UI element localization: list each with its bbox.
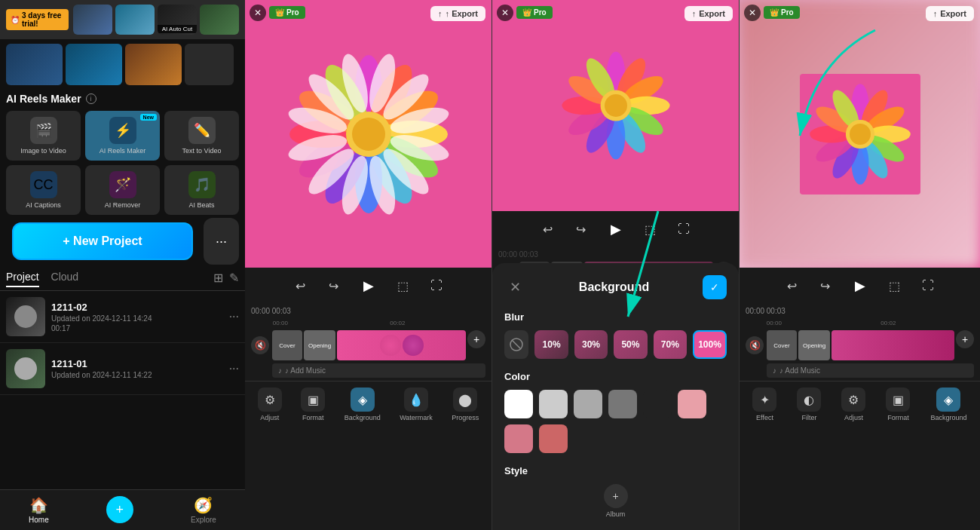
clip-flower-right[interactable] [831, 330, 954, 360]
album-button[interactable]: + Album [604, 484, 628, 518]
blur-none-option[interactable] [504, 330, 528, 359]
export-button-left[interactable]: ↑↑ Export [430, 6, 485, 21]
color-black[interactable] [643, 390, 672, 418]
info-icon[interactable]: i [86, 93, 96, 104]
color-dark-pink[interactable] [539, 424, 568, 453]
adjust-icon-right: ⚙ [841, 388, 865, 412]
tab-project[interactable]: Project [6, 271, 39, 287]
blur-30-option[interactable]: 30% [574, 330, 608, 359]
play-button-middle[interactable]: ▶ [604, 217, 628, 241]
tool-adjust-right[interactable]: ⚙ Adjust [841, 388, 865, 421]
undo-button-middle[interactable]: ↩ [537, 219, 559, 240]
color-white[interactable] [504, 390, 533, 418]
tool-format-right[interactable]: ▣ Format [886, 388, 910, 421]
media-thumb-4[interactable] [185, 44, 234, 85]
media-thumb-1[interactable] [6, 44, 63, 85]
grid-view-icon[interactable]: ⊞ [213, 271, 223, 287]
color-mid-pink[interactable] [504, 424, 533, 453]
blur-70-option[interactable]: 70% [654, 330, 687, 359]
thumbnail-city[interactable] [73, 5, 112, 35]
feature-grid: 🎬 Image to Video New ⚡ AI Reels Maker ✏️… [0, 108, 245, 218]
project-date-1: Updated on 2024-12-11 14:22 [51, 371, 223, 379]
tool-format-left[interactable]: ▣ Format [301, 388, 325, 421]
media-thumb-3[interactable] [125, 44, 182, 85]
feature-ai-captions[interactable]: CC AI Captions [6, 165, 81, 215]
pro-badge-left[interactable]: 👑 Pro [269, 6, 305, 19]
close-button-middle[interactable]: ✕ [497, 5, 513, 21]
thumbnail-beach[interactable] [115, 5, 155, 35]
edit-view-icon[interactable]: ✎ [229, 271, 239, 287]
project-item-0[interactable]: 1211-02 Updated on 2024-12-11 14:24 00:1… [0, 291, 245, 343]
new-project-button[interactable]: + New Project [12, 222, 193, 260]
play-button-right[interactable]: ▶ [848, 274, 872, 298]
tool-watermark-left[interactable]: 💧 Watermark [400, 388, 433, 421]
feature-ai-reels-maker[interactable]: New ⚡ AI Reels Maker [85, 111, 160, 161]
undo-button-left[interactable]: ↩ [290, 275, 311, 296]
clip-cover-left[interactable]: Cover [272, 330, 302, 360]
adjust-icon-left: ⚙ [258, 388, 282, 412]
pro-badge-middle[interactable]: 👑 Pro [516, 6, 553, 19]
close-button-left[interactable]: ✕ [250, 5, 266, 21]
add-clip-button-left[interactable]: + [467, 330, 485, 348]
modal-confirm-button[interactable]: ✓ [703, 275, 727, 299]
preview-left: ✕ 👑 Pro ↑↑ Export [245, 0, 492, 268]
project-more-1[interactable]: ··· [229, 362, 239, 375]
redo-button-left[interactable]: ↪ [323, 275, 345, 296]
clip-cover-right[interactable]: Cover [767, 330, 797, 360]
color-light-pink[interactable] [678, 390, 706, 418]
export-button-right[interactable]: ↑Export [926, 6, 974, 21]
blur-100-option[interactable]: 100% [693, 330, 727, 359]
no-blur-icon [509, 337, 524, 352]
clip-opening-left[interactable]: Opening [304, 330, 335, 360]
blur-10-option[interactable]: 10% [534, 330, 568, 359]
fullscreen-button-middle[interactable]: ⛶ [673, 219, 694, 240]
tool-progress-left[interactable]: ⬤ Progress [452, 388, 479, 421]
background-icon-right: ◈ [936, 388, 960, 412]
project-more-0[interactable]: ··· [229, 310, 239, 323]
thumbnail-car[interactable] [200, 5, 239, 35]
clip-opening-right[interactable]: Opening [798, 330, 830, 360]
tool-background-right[interactable]: ◈ Background [930, 388, 966, 421]
pro-badge-right[interactable]: 👑 Pro [764, 6, 800, 19]
mute-button-right[interactable]: 🔇 [746, 336, 764, 354]
color-mid-gray[interactable] [574, 390, 602, 418]
close-button-right[interactable]: ✕ [744, 5, 761, 21]
play-button-left[interactable]: ▶ [357, 274, 381, 298]
project-list: 1211-02 Updated on 2024-12-11 14:24 00:1… [0, 291, 245, 489]
fullscreen-button-right[interactable]: ⛶ [917, 275, 939, 296]
crop-button-left[interactable]: ⬚ [393, 275, 414, 296]
add-clip-button-right[interactable]: + [956, 330, 974, 348]
blur-50-option[interactable]: 50% [614, 330, 647, 359]
modal-close-button[interactable]: ✕ [504, 277, 525, 298]
tab-cloud[interactable]: Cloud [51, 271, 79, 287]
tool-effect-right[interactable]: ✦ Effect [752, 388, 776, 421]
tool-adjust-left[interactable]: ⚙ Adjust [258, 388, 282, 421]
feature-ai-remover[interactable]: 🪄 AI Remover [85, 165, 160, 215]
export-button-middle[interactable]: ↑Export [684, 6, 733, 21]
undo-button-right[interactable]: ↩ [782, 275, 803, 296]
color-dark-gray[interactable] [608, 390, 637, 418]
feature-ai-beats[interactable]: 🎵 AI Beats [164, 165, 239, 215]
redo-button-middle[interactable]: ↪ [571, 219, 592, 240]
feature-text-to-video[interactable]: ✏️ Text to Video [164, 111, 239, 161]
tool-background-left[interactable]: ◈ Background [345, 388, 381, 421]
crop-button-right[interactable]: ⬚ [884, 275, 905, 296]
more-options-button[interactable]: ··· [204, 218, 239, 265]
nav-home[interactable]: 🏠 Home [29, 496, 49, 524]
tool-filter-right[interactable]: ◐ Filter [797, 388, 821, 421]
thumbnail-auto-cut[interactable]: AI Auto Cut [158, 5, 197, 35]
fullscreen-button-left[interactable]: ⛶ [426, 275, 447, 296]
media-thumb-2[interactable] [66, 44, 122, 85]
nav-explore[interactable]: 🧭 Explore [191, 496, 216, 524]
feature-image-to-video[interactable]: 🎬 Image to Video [6, 111, 81, 161]
redo-button-right[interactable]: ↪ [815, 275, 836, 296]
project-item-1[interactable]: 1211-01 Updated on 2024-12-11 14:22 ··· [0, 343, 245, 395]
trial-badge[interactable]: ⏰ 3 days free trial! [6, 9, 69, 30]
nav-add[interactable]: + [106, 496, 133, 524]
music-track-right[interactable]: ♪ ♪ Add Music [767, 363, 974, 378]
crop-button-middle[interactable]: ⬚ [640, 219, 661, 240]
music-track-left[interactable]: ♪ ♪ Add Music [272, 363, 485, 378]
mute-button-left[interactable]: 🔇 [251, 336, 269, 354]
clip-flower-left[interactable] [337, 330, 466, 360]
color-light-gray[interactable] [539, 390, 568, 418]
